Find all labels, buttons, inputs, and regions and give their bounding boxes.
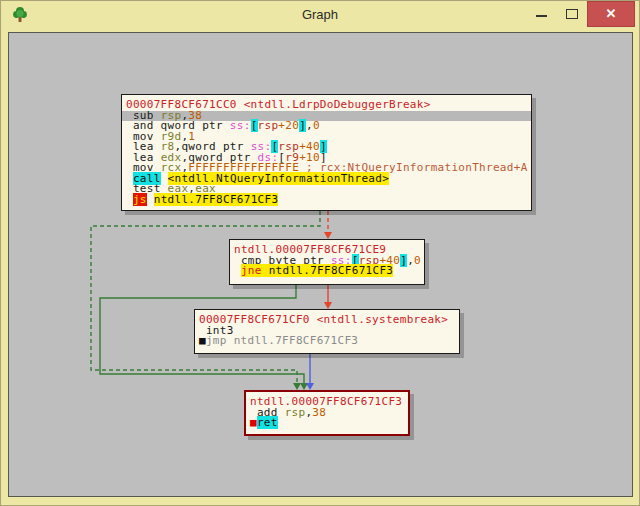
asm-token — [147, 193, 154, 206]
close-button[interactable]: ✕ — [587, 1, 635, 27]
asm-token: jne — [241, 264, 269, 277]
asm-token: +20 — [278, 119, 299, 132]
asm-token: ntdll.7FF8CF671CF3 — [154, 193, 279, 206]
close-icon: ✕ — [606, 6, 617, 21]
asm-line[interactable]: js ntdll.7FF8CF671CF3 — [122, 195, 531, 206]
asm-token: js — [133, 193, 147, 206]
asm-token: jmp ntdll.7FF8CF671CF3 — [206, 334, 358, 347]
asm-token: 38 — [312, 406, 326, 419]
minimize-button[interactable] — [527, 1, 557, 27]
title-bar[interactable]: Graph ✕ — [1, 1, 639, 29]
asm-token: ntdll.7FF8CF671CF3 — [269, 264, 394, 277]
asm-token: 0 — [313, 119, 320, 132]
maximize-icon — [566, 9, 578, 19]
asm-line[interactable]: ■jmp ntdll.7FF8CF671CF3 — [195, 336, 459, 347]
asm-token: ■ — [250, 416, 257, 429]
asm-token: ■ — [199, 334, 206, 347]
asm-token: 0 — [414, 254, 421, 267]
basic-block-systembreak[interactable]: 00007FF8CF671CF0 <ntdll.systembreak> int… — [194, 309, 460, 354]
basic-block-ce9[interactable]: ntdll.00007FF8CF671CE9 cmp byte ptr ss:[… — [229, 239, 425, 285]
asm-token: [ — [251, 119, 258, 132]
asm-token — [126, 193, 133, 206]
basic-block-ldrpdodebuggerbreak[interactable]: 00007FF8CF671CC0 <ntdll.LdrpDoDebuggerBr… — [121, 94, 532, 211]
asm-token: , — [306, 119, 313, 132]
maximize-button[interactable] — [557, 1, 587, 27]
asm-line[interactable]: ■ret — [246, 418, 408, 429]
asm-token: rsp — [285, 406, 306, 419]
asm-token: ret — [257, 416, 278, 429]
minimize-icon — [536, 15, 547, 17]
graph-window: Graph ✕ 00007FF8CF671CC0 <ntdll.LdrpDoDe… — [0, 0, 640, 506]
block-header[interactable]: 00007FF8CF671CF0 <ntdll.systembreak> — [195, 315, 459, 326]
asm-token: ss: — [230, 119, 251, 132]
asm-token: rsp — [258, 119, 279, 132]
asm-token — [234, 264, 241, 277]
asm-token: 00007FF8CF671CF0 <ntdll.systembreak> — [199, 313, 448, 326]
asm-line[interactable]: jne ntdll.7FF8CF671CF3 — [230, 266, 424, 277]
basic-block-cf3[interactable]: ntdll.00007FF8CF671CF3 add rsp,38■ret — [244, 390, 410, 436]
